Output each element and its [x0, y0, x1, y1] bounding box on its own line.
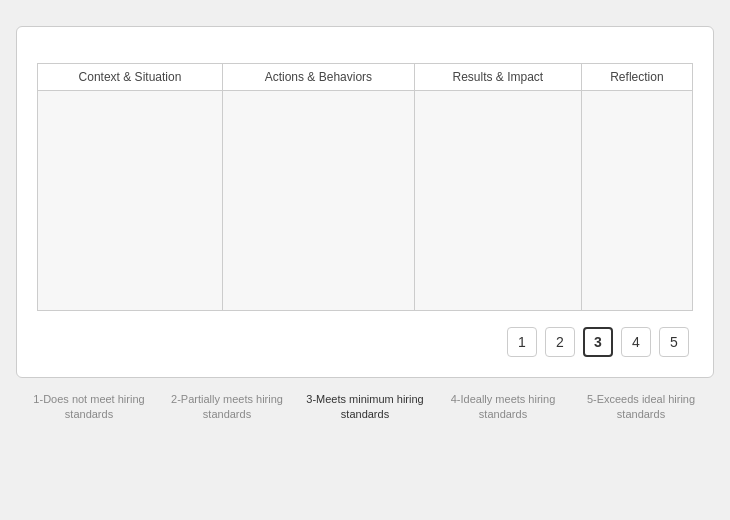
- legend-item: 3-Meets minimum hiring standards: [303, 392, 427, 423]
- question-card: Context & SituationActions & BehaviorsRe…: [16, 26, 714, 378]
- rubric-cell-2: [222, 91, 414, 311]
- rating-button-2[interactable]: 2: [545, 327, 575, 357]
- rubric-cell-1: [38, 91, 223, 311]
- rubric-body-row: [38, 91, 693, 311]
- legend-item: 5-Exceeds ideal hiring standards: [579, 392, 703, 423]
- legend-row: 1-Does not meet hiring standards2-Partia…: [16, 392, 714, 423]
- rating-button-1[interactable]: 1: [507, 327, 537, 357]
- rubric-column-header: Actions & Behaviors: [222, 64, 414, 91]
- legend-item: 4-Ideally meets hiring standards: [441, 392, 565, 423]
- rubric-table: Context & SituationActions & BehaviorsRe…: [37, 63, 693, 311]
- rating-button-4[interactable]: 4: [621, 327, 651, 357]
- rubric-cell-4: [581, 91, 692, 311]
- rubric-cell-3: [414, 91, 581, 311]
- rating-button-3[interactable]: 3: [583, 327, 613, 357]
- rating-row: 12345: [37, 327, 693, 357]
- rating-button-5[interactable]: 5: [659, 327, 689, 357]
- rubric-column-header: Context & Situation: [38, 64, 223, 91]
- legend-item: 1-Does not meet hiring standards: [27, 392, 151, 423]
- rubric-column-header: Results & Impact: [414, 64, 581, 91]
- legend-item: 2-Partially meets hiring standards: [165, 392, 289, 423]
- rubric-column-header: Reflection: [581, 64, 692, 91]
